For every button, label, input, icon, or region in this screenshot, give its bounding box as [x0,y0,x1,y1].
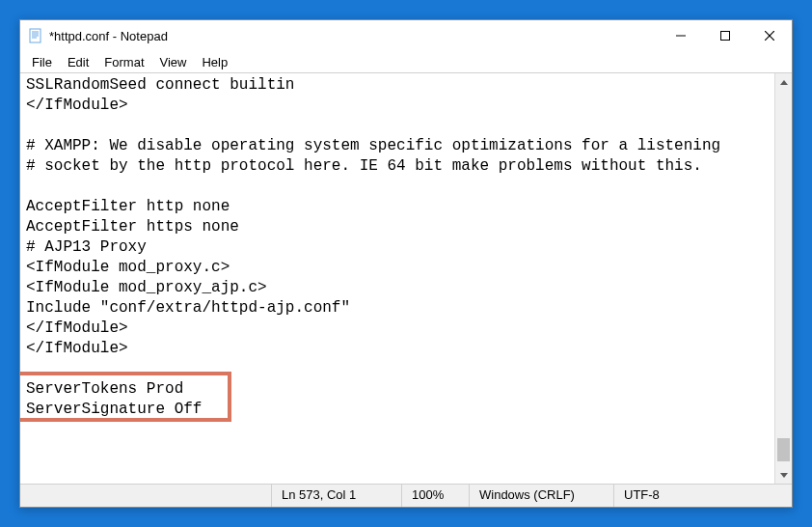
menu-help[interactable]: Help [194,53,235,71]
menu-file[interactable]: File [24,53,60,71]
status-encoding: UTF-8 [613,485,792,507]
menu-view[interactable]: View [152,53,195,71]
status-zoom: 100% [401,485,469,507]
close-button[interactable] [747,20,792,51]
close-icon [765,31,774,41]
editor-area: SSLRandomSeed connect builtin </IfModule… [20,72,792,484]
menu-format[interactable]: Format [96,53,151,71]
scroll-up-button[interactable] [775,73,792,91]
text-editor[interactable]: SSLRandomSeed connect builtin </IfModule… [20,73,774,484]
status-empty [20,485,271,507]
window-title: *httpd.conf - Notepad [49,29,168,43]
statusbar: Ln 573, Col 1 100% Windows (CRLF) UTF-8 [20,484,792,507]
status-position: Ln 573, Col 1 [271,485,401,507]
status-line-ending: Windows (CRLF) [469,485,613,507]
menu-edit[interactable]: Edit [60,53,96,71]
minimize-button[interactable] [659,20,703,51]
menubar: File Edit Format View Help [20,51,792,72]
titlebar[interactable]: *httpd.conf - Notepad [20,20,792,51]
maximize-icon [720,31,730,41]
scroll-thumb[interactable] [777,438,790,461]
minimize-icon [676,31,686,41]
vertical-scrollbar[interactable] [774,73,792,484]
desktop-background: *httpd.conf - Notepad File Edit Format V… [0,0,812,527]
chevron-up-icon [780,80,788,85]
notepad-icon [28,28,43,43]
chevron-down-icon [780,473,788,478]
svg-rect-6 [721,32,730,41]
notepad-window: *httpd.conf - Notepad File Edit Format V… [19,19,793,508]
scroll-down-button[interactable] [775,466,792,484]
maximize-button[interactable] [703,20,747,51]
